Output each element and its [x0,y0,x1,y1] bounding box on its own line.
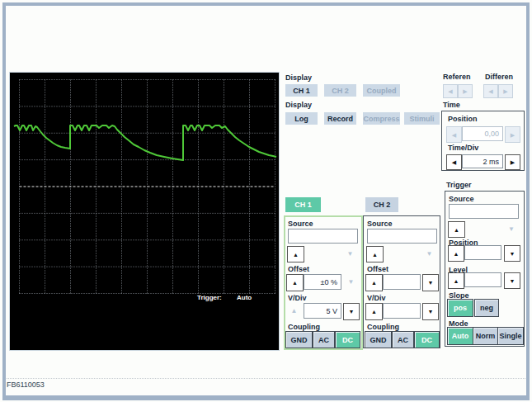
trigger-slope-pos-button[interactable]: pos [447,299,473,317]
down-arrow-icon: ▼ [348,279,355,286]
down-arrow-icon: ▼ [510,251,516,257]
trigger-mode-single-button[interactable]: Single [497,327,524,345]
ch1-source-up-button[interactable]: ▲ [287,246,304,262]
ch2-coupling-dc-button[interactable]: DC [414,331,440,348]
time-div-label: Time/Div [448,144,478,152]
left-arrow-icon: ◀ [488,88,492,94]
differen-prev-button[interactable]: ◀ [483,84,498,98]
ch2-source-up-button[interactable]: ▲ [366,246,384,262]
trigger-source-label: Source [449,195,474,203]
trigger-source-field[interactable] [449,204,519,219]
figure-code: FB6110053 [7,381,45,389]
right-arrow-icon: ▶ [511,132,515,138]
ch1-vdiv-down-button[interactable]: ▼ [343,303,360,320]
time-position-value-field[interactable]: 0,00 [462,126,503,141]
ch2-offset-up-button[interactable]: ▲ [365,274,383,291]
down-arrow-icon: ▼ [510,278,516,284]
ch1-coupling-dc-button[interactable]: DC [335,331,360,348]
left-arrow-icon: ◀ [452,159,456,165]
ch1-offset-field[interactable]: ±0 % [304,274,341,290]
ch1-source-field[interactable] [288,229,358,244]
trigger-level-up-button[interactable]: ▲ [448,272,464,289]
left-arrow-icon: ◀ [448,88,452,94]
differen-next-button[interactable]: ▶ [498,84,513,98]
ch1-vdiv-up-button[interactable]: ▲ [287,305,301,316]
scope-trigger-mode-value: Auto [237,294,252,301]
down-arrow-icon: ▼ [428,280,434,286]
scope-waveform-canvas [10,73,279,350]
display-modes-label: Display [285,101,312,109]
ch2-source-label: Source [367,220,393,228]
display-record-button[interactable]: Record [324,112,356,125]
time-label: Time [443,101,460,109]
time-position-decrease-button[interactable]: ◀ [446,126,462,143]
trigger-source-up-button[interactable]: ▲ [448,221,465,238]
display-channels-label: Display [285,73,312,82]
trigger-mode-norm-button[interactable]: Norm [473,327,498,345]
ch1-vdiv-field[interactable]: 5 V [304,303,341,319]
up-arrow-icon: ▲ [454,251,459,257]
time-div-decrease-button[interactable]: ◀ [446,154,462,170]
ch2-vdiv-field[interactable] [383,303,421,319]
ch2-source-down-button[interactable]: ▼ [423,249,435,259]
left-arrow-icon: ◀ [452,132,456,138]
right-arrow-icon: ▶ [511,159,515,165]
scope-trigger-label: Trigger: [197,294,222,301]
ch2-vdiv-down-button[interactable]: ▼ [422,303,439,320]
down-arrow-icon: ▼ [426,251,433,258]
ch1-offset-up-button[interactable]: ▲ [286,274,304,291]
display-ch1-button[interactable]: CH 1 [285,84,318,97]
ch1-vdiv-label: V/Div [288,294,307,302]
ch2-offset-down-button[interactable]: ▼ [422,274,439,291]
trigger-position-field[interactable] [464,245,501,260]
time-div-increase-button[interactable]: ▶ [505,154,520,170]
display-stimuli-button[interactable]: Stimuli [404,112,440,125]
trigger-position-up-button[interactable]: ▲ [448,245,464,262]
differen-label: Differen [485,73,513,81]
trigger-level-down-button[interactable]: ▼ [504,272,520,289]
trigger-level-field[interactable] [464,272,501,287]
ch2-coupling-ac-button[interactable]: AC [392,331,414,348]
down-arrow-icon: ▼ [349,309,355,315]
display-compress-button[interactable]: Compress [363,112,400,125]
ch1-source-down-button[interactable]: ▼ [344,249,356,259]
reference-prev-button[interactable]: ◀ [443,84,458,98]
up-arrow-icon: ▲ [293,252,299,258]
time-position-increase-button[interactable]: ▶ [505,126,520,143]
reference-label: Referen [443,73,471,81]
scope-display: Trigger: Auto [9,72,280,351]
waveform-trace [14,125,276,160]
tab-ch2[interactable]: CH 2 [365,197,398,212]
ch1-coupling-label: Coupling [288,323,320,331]
ch1-coupling-gnd-button[interactable]: GND [285,331,313,348]
down-arrow-icon: ▼ [428,309,434,315]
display-log-button[interactable]: Log [285,112,318,125]
up-arrow-icon: ▲ [372,252,378,258]
reference-next-button[interactable]: ▶ [458,84,473,98]
oscilloscope-app-window: Trigger: Auto Display CH 1 CH 2 Coupled … [0,0,532,402]
ch2-source-field[interactable] [367,229,437,244]
up-arrow-icon: ▲ [454,278,459,284]
display-coupled-button[interactable]: Coupled [363,84,400,97]
up-arrow-icon: ▲ [371,280,377,286]
ch2-vdiv-up-button[interactable]: ▲ [365,303,383,320]
right-arrow-icon: ▶ [463,88,467,94]
trigger-position-down-button[interactable]: ▼ [504,245,520,262]
ch2-offset-field[interactable] [383,274,421,290]
trigger-source-down-button[interactable]: ▼ [505,225,518,234]
down-arrow-icon: ▼ [347,251,354,258]
time-div-value-field[interactable]: 2 ms [462,154,503,168]
tab-ch1[interactable]: CH 1 [285,197,321,212]
trigger-slope-neg-button[interactable]: neg [474,299,499,317]
down-arrow-icon: ▼ [508,226,515,233]
ch1-offset-label: Offset [288,265,309,273]
trigger-mode-auto-button[interactable]: Auto [447,327,473,345]
up-arrow-icon: ▲ [292,280,298,286]
footer-divider [7,378,525,379]
ch1-coupling-ac-button[interactable]: AC [313,331,335,348]
ch1-offset-down-button[interactable]: ▼ [345,277,357,287]
display-ch2-button[interactable]: CH 2 [324,84,356,97]
ch2-vdiv-label: V/Div [367,294,386,302]
ch2-coupling-gnd-button[interactable]: GND [365,331,392,348]
up-arrow-icon: ▲ [371,309,377,315]
